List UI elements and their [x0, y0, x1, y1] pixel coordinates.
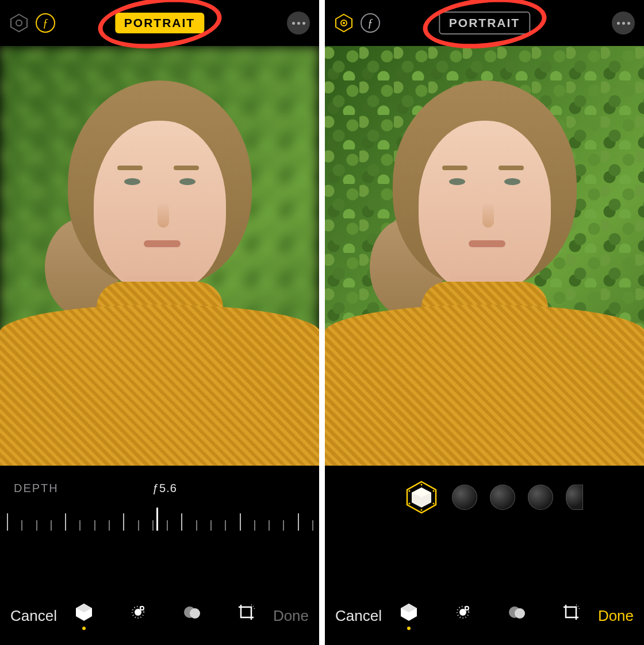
phone-left: ƒ PORTRAIT DEPTH ƒ5.6	[0, 0, 319, 645]
lighting-stage-mono-icon[interactable]	[566, 485, 583, 510]
subject-person	[0, 57, 319, 466]
mode-badge[interactable]: PORTRAIT	[115, 13, 204, 33]
tool-crop[interactable]	[544, 601, 598, 630]
tool-filters[interactable]	[165, 601, 219, 630]
svg-point-6	[140, 606, 144, 610]
done-button[interactable]: Done	[598, 607, 634, 625]
top-bar: ƒ PORTRAIT	[0, 0, 319, 46]
svg-point-16	[432, 490, 434, 492]
lighting-hex-icon[interactable]	[9, 13, 29, 33]
done-button[interactable]: Done	[273, 607, 309, 625]
tool-adjust[interactable]	[111, 601, 165, 630]
depth-value: ƒ5.6	[152, 482, 177, 495]
tool-portrait[interactable]	[57, 601, 111, 630]
top-bar: ƒ PORTRAIT	[325, 0, 644, 46]
tool-crop[interactable]	[219, 601, 273, 630]
depth-row: DEPTH ƒ5.6	[0, 466, 319, 500]
active-dot-icon	[407, 627, 411, 630]
svg-point-20	[408, 490, 410, 492]
aperture-f-icon[interactable]: ƒ	[36, 13, 55, 33]
photo-preview[interactable]	[325, 46, 644, 466]
more-icon[interactable]	[287, 11, 310, 34]
svg-point-17	[432, 503, 434, 505]
svg-point-15	[420, 484, 422, 486]
tool-filters[interactable]	[490, 601, 544, 630]
active-dot-icon	[82, 627, 86, 630]
mode-badge[interactable]: PORTRAIT	[439, 11, 530, 34]
lighting-hex-icon[interactable]	[334, 13, 354, 33]
depth-slider[interactable]	[7, 504, 312, 539]
lighting-stage-icon[interactable]	[528, 485, 553, 510]
aperture-f-icon[interactable]: ƒ	[361, 13, 380, 33]
lighting-studio-icon[interactable]	[452, 485, 477, 510]
lighting-natural-icon[interactable]	[404, 479, 439, 515]
bottom-bar: Cancel Done	[325, 597, 644, 640]
depth-label: DEPTH	[14, 482, 59, 495]
svg-marker-0	[11, 14, 27, 32]
lighting-contour-icon[interactable]	[490, 485, 515, 510]
photo-preview[interactable]	[0, 46, 319, 466]
lighting-styles-row[interactable]	[325, 466, 644, 550]
phone-right: ƒ PORTRAIT	[325, 0, 644, 645]
cancel-button[interactable]: Cancel	[335, 607, 382, 625]
tool-portrait[interactable]	[382, 601, 436, 630]
svg-point-19	[408, 503, 410, 505]
controls-area: Cancel Done	[325, 466, 644, 645]
svg-point-1	[16, 20, 22, 26]
svg-point-25	[465, 606, 469, 610]
svg-point-18	[420, 509, 422, 511]
svg-point-27	[515, 608, 525, 619]
bottom-bar: Cancel Done	[0, 597, 319, 640]
tool-adjust[interactable]	[436, 601, 490, 630]
svg-point-11	[343, 22, 345, 24]
svg-point-8	[190, 608, 200, 619]
cancel-button[interactable]: Cancel	[10, 607, 57, 625]
subject-person	[325, 57, 644, 466]
more-icon[interactable]	[612, 11, 635, 34]
controls-area: DEPTH ƒ5.6 Cancel	[0, 466, 319, 645]
